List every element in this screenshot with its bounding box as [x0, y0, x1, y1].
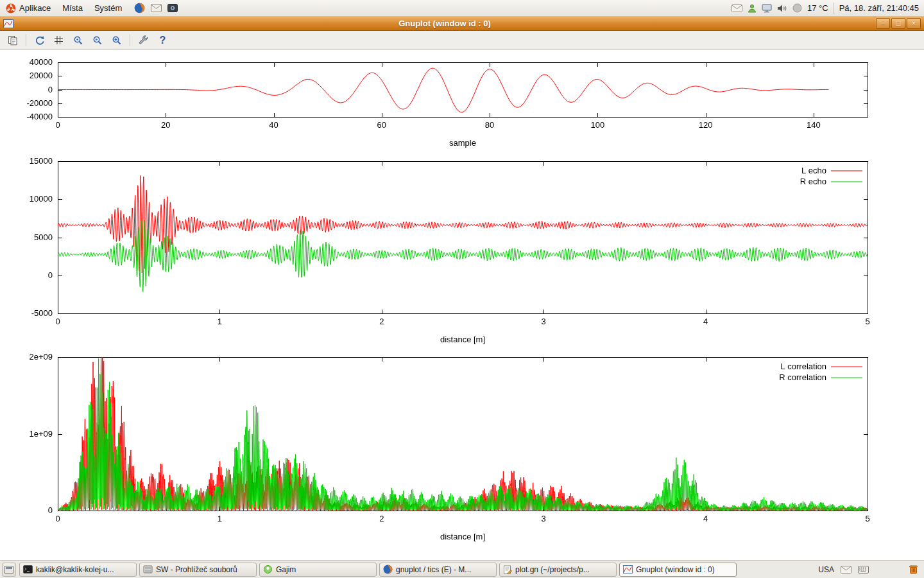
replot-icon [35, 35, 45, 46]
help-button[interactable]: ? [154, 32, 171, 48]
zoom-previous-button[interactable] [69, 32, 87, 48]
weather-icon[interactable] [792, 3, 802, 13]
file-manager-icon [143, 565, 153, 574]
clock[interactable]: Pá, 18. září, 21:40:45 [839, 3, 919, 13]
gnuplot-icon [623, 565, 633, 574]
ubuntu-logo-icon [6, 3, 16, 13]
grid-button[interactable] [50, 32, 67, 48]
menu-applications[interactable]: Aplikace [0, 0, 56, 16]
autoscale-button[interactable] [108, 32, 125, 48]
taskbar-window-editor[interactable]: plot.gn (~/projects/p... [499, 563, 617, 577]
taskbar-window-firefox[interactable]: gnuplot / tics (E) - M... [379, 563, 497, 577]
taskbar-tray: USA [818, 565, 922, 574]
copy-icon [8, 35, 18, 46]
taskbar: kaklik@kaklik-kolej-u... SW - Prohlížeč … [0, 560, 924, 578]
taskbar-window-label: plot.gn (~/projects/p... [515, 565, 590, 574]
gnuplot-window-icon [3, 19, 13, 28]
trash-icon[interactable] [909, 565, 918, 574]
gnuplot-canvas[interactable] [0, 50, 924, 560]
close-button[interactable]: × [907, 18, 921, 29]
screen-icon[interactable] [762, 4, 772, 13]
mail-icon[interactable] [732, 4, 742, 12]
show-desktop-button[interactable] [2, 563, 16, 577]
volume-icon[interactable] [777, 4, 787, 13]
plot-content [0, 50, 924, 560]
menu-places[interactable]: Místa [56, 0, 89, 16]
keyboard-icon[interactable] [858, 566, 869, 574]
taskbar-window-gnuplot[interactable]: Gnuplot (window id : 0) [619, 563, 737, 577]
firefox-icon [383, 565, 393, 574]
taskbar-window-gajim[interactable]: Gajim [259, 563, 377, 577]
maximize-button[interactable]: □ [891, 18, 905, 29]
toolbar: ? [0, 31, 924, 50]
window-title: Gnuplot (window id : 0) [13, 19, 876, 28]
gnome-top-panel: Aplikace Místa Systém 17 ° [0, 0, 924, 17]
panel-launchers [134, 3, 178, 13]
window-controls: – □ × [876, 18, 921, 29]
grid-icon [54, 35, 64, 45]
firefox-launcher-icon[interactable] [134, 3, 145, 13]
gajim-icon [263, 565, 273, 574]
menu-system-label: Systém [94, 3, 122, 13]
panel-separator [834, 3, 834, 14]
minimize-button[interactable]: – [876, 18, 890, 29]
replot-button[interactable] [31, 32, 48, 48]
toolbar-separator [130, 34, 130, 46]
terminal-icon [23, 565, 33, 574]
zoom-next-button[interactable] [89, 32, 106, 48]
help-icon: ? [160, 35, 166, 46]
text-editor-icon [503, 565, 512, 574]
autoscale-icon [112, 35, 122, 46]
taskbar-window-label: kaklik@kaklik-kolej-u... [36, 565, 114, 574]
mail-launcher-icon[interactable] [151, 4, 162, 12]
menu-places-label: Místa [62, 3, 83, 13]
taskbar-window-file-browser[interactable]: SW - Prohlížeč souborů [139, 563, 257, 577]
taskbar-window-terminal[interactable]: kaklik@kaklik-kolej-u... [19, 563, 137, 577]
user-icon[interactable] [748, 4, 757, 13]
config-button[interactable] [135, 32, 152, 48]
menu-system[interactable]: Systém [89, 0, 128, 16]
toolbar-separator [26, 34, 26, 46]
keyboard-layout-indicator[interactable]: USA [818, 565, 834, 574]
zoom-previous-icon [73, 35, 83, 46]
mail-icon[interactable] [841, 566, 851, 574]
temperature-indicator[interactable]: 17 °C [807, 3, 828, 13]
window-titlebar[interactable]: Gnuplot (window id : 0) – □ × [0, 17, 924, 31]
screenshot-launcher-icon[interactable] [167, 4, 178, 12]
config-icon [139, 35, 149, 46]
taskbar-window-label: SW - Prohlížeč souborů [156, 565, 237, 574]
zoom-next-icon [92, 35, 103, 46]
panel-tray: 17 °C Pá, 18. září, 21:40:45 [732, 3, 924, 14]
taskbar-window-label: Gajim [276, 565, 296, 574]
taskbar-window-label: gnuplot / tics (E) - M... [396, 565, 471, 574]
menu-applications-label: Aplikace [19, 3, 51, 13]
copy-button[interactable] [4, 32, 21, 48]
taskbar-window-label: Gnuplot (window id : 0) [636, 565, 715, 574]
